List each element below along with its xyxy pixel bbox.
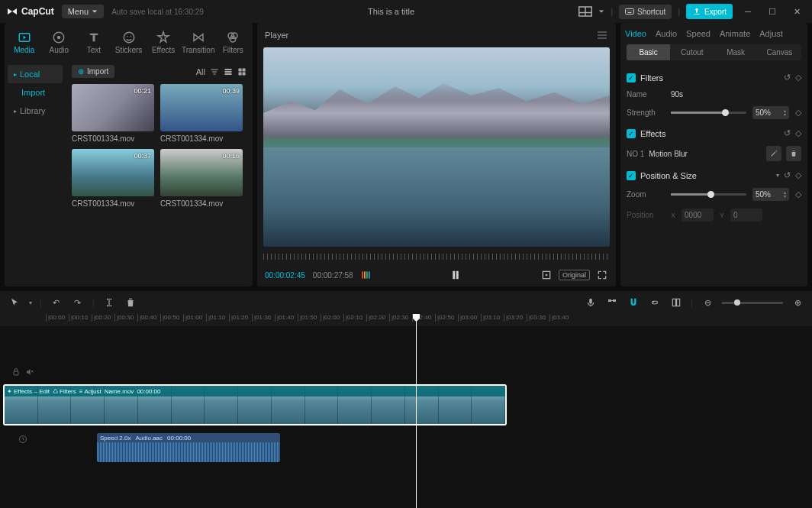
shortcut-button[interactable]: Shortcut	[619, 5, 672, 19]
undo-button[interactable]: ↶	[50, 296, 63, 309]
autosave-status: Auto save local at 16:30:29	[111, 8, 204, 16]
subtab-basic[interactable]: Basic	[627, 44, 670, 60]
tab-audio[interactable]: Audio	[43, 28, 76, 57]
prop-tab-audio[interactable]: Audio	[656, 29, 677, 38]
tab-effects[interactable]: Effects	[147, 28, 180, 57]
zoom-in[interactable]: ⊕	[791, 296, 804, 309]
text-icon	[87, 31, 101, 44]
tab-media[interactable]: Media	[8, 28, 41, 57]
reset-icon[interactable]: ↺	[784, 128, 791, 138]
filter-name-value: 90s	[671, 90, 683, 99]
window-minimize[interactable]: ─	[739, 2, 757, 21]
scale-icon[interactable]	[540, 269, 553, 281]
mute-icon[interactable]	[25, 367, 34, 377]
delete-effect-button[interactable]	[786, 146, 801, 161]
pos-size-checkbox[interactable]: ✓	[627, 171, 636, 180]
svg-rect-24	[243, 72, 246, 75]
media-thumb[interactable]: 00:21CRST001334.mov	[72, 84, 154, 143]
sort-icon[interactable]	[210, 67, 219, 76]
split-button[interactable]	[102, 296, 116, 309]
svg-point-13	[127, 36, 128, 37]
fullscreen-icon[interactable]	[596, 269, 608, 281]
menu-dropdown[interactable]: Menu	[62, 5, 105, 18]
edit-effect-button[interactable]	[766, 146, 781, 161]
media-thumb[interactable]: 00:39CRST001334.mov	[160, 84, 243, 143]
svg-rect-8	[627, 12, 631, 13]
sidebar-import[interactable]: Import	[8, 83, 63, 102]
delete-button[interactable]	[124, 296, 137, 309]
effects-section: ✓ Effects ↺◇ NO 1 Motion Blur	[627, 128, 801, 161]
player-scrubber[interactable]	[263, 250, 610, 264]
tab-filters[interactable]: Filters	[216, 28, 250, 57]
filters-checkbox[interactable]: ✓	[627, 73, 636, 83]
strength-slider[interactable]	[671, 112, 746, 114]
subtab-cutout[interactable]: Cutout	[670, 44, 714, 60]
zoom-value[interactable]: 50%▴▾	[752, 188, 789, 201]
keyframe-icon[interactable]: ◇	[795, 73, 801, 83]
svg-rect-19	[225, 71, 232, 73]
project-title[interactable]: This is a title	[211, 7, 571, 16]
reset-icon[interactable]: ↺	[784, 170, 791, 180]
clock-icon[interactable]	[18, 435, 27, 444]
scopes-icon[interactable]	[361, 270, 372, 280]
media-thumb[interactable]: 00:37CRST001334.mov	[72, 149, 154, 208]
prop-tab-animate[interactable]: Animate	[720, 29, 750, 38]
svg-rect-21	[239, 68, 242, 71]
strength-value[interactable]: 50%▴▾	[752, 106, 789, 119]
pos-x-value[interactable]: 0000	[682, 209, 714, 222]
timeline-zoom-slider[interactable]	[722, 302, 783, 304]
sidebar-library[interactable]: ▸Library	[8, 102, 63, 120]
effects-checkbox[interactable]: ✓	[627, 129, 636, 138]
pos-y-value[interactable]: 0	[730, 209, 762, 222]
tab-stickers[interactable]: Stickers	[112, 28, 146, 57]
link-button[interactable]	[648, 296, 662, 309]
timeline-ruler[interactable]: |00:00|00:10|00:20|00:30|00:40|00:50|01:…	[0, 314, 812, 326]
timeline-tracks[interactable]: ✦ Effects – Edit ♺ Filters ≡ Adjust Name…	[0, 326, 812, 508]
keyframe-icon[interactable]: ◇	[795, 108, 801, 118]
audio-clip[interactable]: Speed 2.0x Audio.aac 00:00:00	[97, 433, 280, 462]
tab-text[interactable]: Text	[77, 28, 111, 57]
list-view-icon[interactable]	[224, 67, 233, 76]
player-viewport[interactable]	[263, 47, 610, 247]
window-maximize[interactable]: ☐	[763, 2, 781, 21]
export-button[interactable]: Export	[686, 4, 733, 19]
import-button[interactable]: ⊕Import	[72, 65, 114, 78]
selection-tool[interactable]	[8, 296, 21, 309]
subtab-mask[interactable]: Mask	[714, 44, 758, 60]
export-icon	[692, 7, 701, 16]
lock-icon[interactable]	[11, 367, 21, 377]
svg-point-17	[230, 37, 237, 43]
titlebar: CapCut Menu Auto save local at 16:30:29 …	[0, 0, 812, 23]
keyframe-icon[interactable]: ◇	[795, 128, 801, 138]
svg-point-11	[57, 36, 61, 40]
preview-axis[interactable]	[669, 296, 683, 309]
chevron-down-icon[interactable]	[598, 8, 604, 15]
filter-all[interactable]: All	[196, 67, 205, 76]
reset-icon[interactable]: ↺	[784, 73, 791, 83]
pause-button[interactable]	[449, 268, 462, 282]
grid-view-icon[interactable]	[237, 67, 246, 76]
player-menu-icon[interactable]	[596, 29, 608, 41]
svg-rect-29	[453, 271, 456, 280]
window-close[interactable]: ✕	[788, 2, 806, 21]
record-voiceover[interactable]	[584, 296, 598, 309]
media-thumb[interactable]: 00:16CRST001334.mov	[160, 149, 243, 208]
playhead[interactable]	[416, 314, 417, 508]
magnet-button[interactable]	[627, 296, 640, 309]
prop-tab-speed[interactable]: Speed	[686, 29, 710, 38]
original-badge[interactable]: Original	[559, 270, 590, 280]
subtab-canvas[interactable]: Canvas	[758, 44, 801, 60]
prop-tab-adjust[interactable]: Adjust	[759, 29, 783, 38]
sidebar-local[interactable]: ▸Local	[8, 65, 63, 83]
layout-icon[interactable]	[578, 6, 592, 17]
redo-button[interactable]: ↷	[71, 296, 85, 309]
tab-transition[interactable]: Transition	[182, 28, 215, 57]
keyframe-icon[interactable]: ◇	[795, 189, 801, 199]
zoom-slider[interactable]	[671, 193, 746, 196]
prop-tab-video[interactable]: Video	[625, 29, 646, 38]
zoom-out[interactable]: ⊖	[701, 296, 714, 309]
clip-tag-filters: ♺ Filters	[53, 388, 76, 395]
video-clip[interactable]: ✦ Effects – Edit ♺ Filters ≡ Adjust Name…	[3, 384, 507, 425]
keyframe-icon[interactable]: ◇	[795, 170, 801, 180]
toggle-main-track[interactable]	[605, 296, 619, 309]
